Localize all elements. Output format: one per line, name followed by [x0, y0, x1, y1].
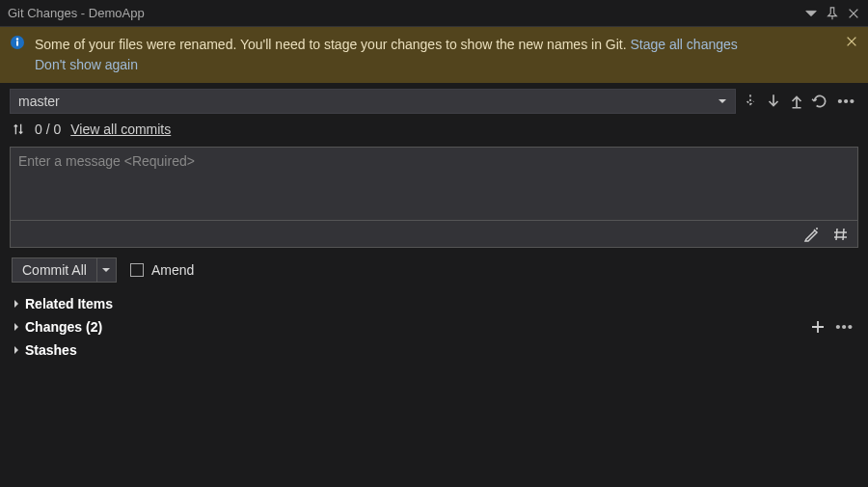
window-title: Git Changes - DemoApp [8, 6, 804, 20]
amend-checkbox[interactable]: Amend [130, 262, 194, 278]
titlebar-controls [804, 7, 860, 20]
hash-icon[interactable] [832, 226, 850, 243]
title-bar: Git Changes - DemoApp [0, 0, 868, 27]
tree-label: Related Items [25, 296, 860, 311]
view-all-commits-link[interactable]: View all commits [70, 122, 171, 137]
commit-message-input[interactable] [11, 148, 857, 217]
branch-name: master [18, 94, 60, 109]
more-icon[interactable]: ••• [832, 320, 856, 334]
chevron-right-icon [12, 299, 21, 309]
pull-button[interactable] [765, 93, 782, 110]
stage-all-link[interactable]: Stage all changes [630, 37, 737, 52]
commit-dropdown[interactable] [96, 258, 116, 282]
tree-label: Stashes [25, 342, 860, 358]
info-message: Some of your files were renamed. You'll … [35, 37, 630, 52]
chevron-right-icon [12, 345, 21, 355]
commit-counts: 0 / 0 [35, 122, 61, 137]
commit-row: Commit All Amend [0, 248, 868, 292]
tree-label: Changes (2) [25, 319, 807, 335]
dont-show-again-link[interactable]: Don't show again [35, 57, 138, 72]
chevron-down-icon [101, 265, 111, 275]
commit-all-button[interactable]: Commit All [12, 257, 117, 283]
commit-message-footer [11, 220, 857, 247]
commit-message-area [10, 147, 858, 248]
tree-node-related-items[interactable]: Related Items [8, 292, 860, 315]
branch-selector[interactable]: master [10, 89, 736, 114]
chevron-right-icon [12, 322, 21, 332]
svg-point-1 [16, 38, 18, 40]
more-actions-button[interactable]: ••• [834, 95, 858, 108]
push-button[interactable] [788, 93, 805, 110]
info-bar: Some of your files were renamed. You'll … [0, 27, 868, 83]
checkbox-icon [130, 263, 144, 277]
close-icon[interactable] [847, 7, 860, 20]
info-text: Some of your files were renamed. You'll … [35, 35, 826, 75]
pin-icon[interactable] [826, 7, 839, 20]
changes-tree: Related Items Changes (2) ••• Stashes [0, 292, 868, 362]
ai-suggest-icon[interactable] [803, 226, 821, 243]
fetch-button[interactable] [742, 93, 759, 110]
incoming-outgoing-icon [12, 122, 25, 136]
branch-row: master ••• [0, 83, 868, 116]
info-icon [10, 35, 25, 50]
tree-node-stashes[interactable]: Stashes [8, 338, 860, 362]
infobar-close-icon[interactable] [845, 35, 858, 48]
window-dropdown-icon[interactable] [804, 7, 818, 20]
commit-all-label: Commit All [13, 258, 96, 282]
svg-rect-2 [16, 41, 18, 46]
tree-node-changes[interactable]: Changes (2) ••• [8, 315, 860, 338]
stage-all-icon[interactable] [811, 320, 825, 334]
status-row: 0 / 0 View all commits [0, 116, 868, 147]
tree-node-actions: ••• [811, 320, 860, 334]
chevron-down-icon [718, 96, 727, 106]
amend-label: Amend [151, 262, 194, 278]
sync-button[interactable] [811, 93, 828, 110]
